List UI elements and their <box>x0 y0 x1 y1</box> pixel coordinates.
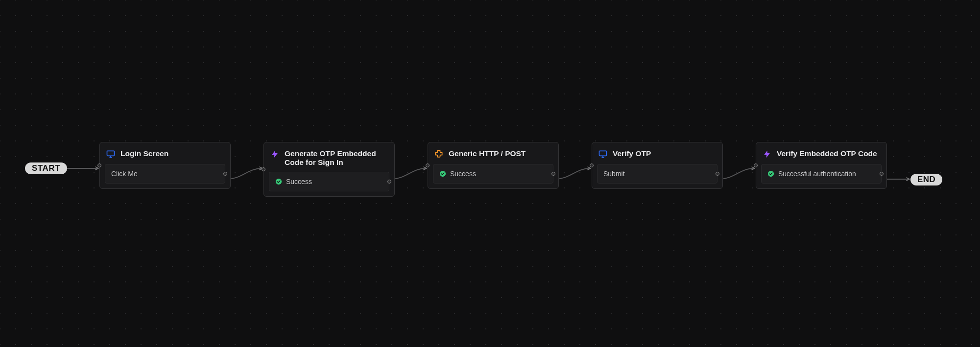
input-port[interactable] <box>754 163 758 167</box>
node-header: Verify Embedded OTP Code <box>761 147 882 164</box>
bolt-icon <box>762 149 772 159</box>
success-icon <box>275 178 282 185</box>
node-header: Verify OTP <box>597 147 717 164</box>
node-action-row[interactable]: Click Me <box>105 164 225 184</box>
output-port[interactable] <box>716 172 719 176</box>
flow-node-generic-http[interactable]: Generic HTTP / POST Success <box>428 142 559 189</box>
node-header: Generic HTTP / POST <box>433 147 553 164</box>
action-label: Success <box>286 178 312 185</box>
end-label: END <box>917 175 935 184</box>
output-port[interactable] <box>223 172 227 176</box>
node-header: Generate OTP Embedded Code for Sign In <box>269 147 389 172</box>
end-pill[interactable]: END <box>910 174 942 185</box>
node-title: Generic HTTP / POST <box>449 149 526 158</box>
svg-rect-0 <box>107 151 115 156</box>
action-label: Click Me <box>111 170 138 178</box>
node-title: Login Screen <box>120 149 168 158</box>
svg-rect-3 <box>599 151 607 156</box>
node-header: Login Screen <box>105 147 225 164</box>
start-pill[interactable]: START <box>25 162 67 174</box>
input-port[interactable] <box>262 167 265 171</box>
screen-icon <box>106 149 116 159</box>
node-action-row[interactable]: Success <box>433 164 553 184</box>
action-label: Successful authentication <box>778 170 856 178</box>
flow-node-verify-otp[interactable]: Verify OTP Submit <box>592 142 723 189</box>
input-port[interactable] <box>590 163 594 167</box>
success-icon <box>439 170 446 177</box>
flow-node-generate-otp[interactable]: Generate OTP Embedded Code for Sign In S… <box>263 142 395 197</box>
action-label: Success <box>450 170 476 178</box>
extension-icon <box>434 149 444 159</box>
screen-icon <box>598 149 608 159</box>
output-port[interactable] <box>551 172 555 176</box>
bolt-icon <box>270 149 280 159</box>
flow-canvas[interactable]: START Login Screen Click Me Generate OTP… <box>0 0 980 347</box>
node-action-row[interactable]: Submit <box>597 164 717 184</box>
node-title: Verify OTP <box>613 149 651 158</box>
start-label: START <box>32 163 60 173</box>
flow-node-verify-embedded-otp[interactable]: Verify Embedded OTP Code Successful auth… <box>756 142 887 189</box>
node-title: Verify Embedded OTP Code <box>777 149 877 158</box>
output-port[interactable] <box>387 180 391 184</box>
success-icon <box>767 170 774 177</box>
node-action-row[interactable]: Successful authentication <box>761 164 882 184</box>
input-port[interactable] <box>426 163 430 167</box>
node-action-row[interactable]: Success <box>269 172 389 191</box>
node-title: Generate OTP Embedded Code for Sign In <box>285 149 388 167</box>
input-port[interactable] <box>97 163 101 167</box>
action-label: Submit <box>603 170 625 178</box>
output-port[interactable] <box>880 172 884 176</box>
flow-node-login-screen[interactable]: Login Screen Click Me <box>99 142 231 189</box>
